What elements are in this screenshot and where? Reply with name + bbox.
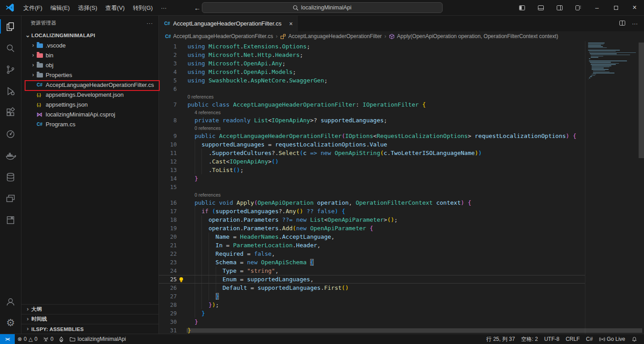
code-line-28[interactable]: 28 }); (159, 301, 585, 309)
go-live-button[interactable]: Go Live (596, 334, 628, 344)
indentation-status[interactable]: 空格: 2 (518, 334, 541, 344)
activity-run-debug[interactable] (0, 80, 21, 102)
notifications-button[interactable] (628, 334, 640, 344)
activity-remote-windows[interactable] (0, 188, 21, 209)
menu-item-0[interactable]: 文件(F) (19, 0, 47, 16)
code-line-25[interactable]: 25 Enum = supportedLanguages, (159, 275, 585, 284)
code-line-3[interactable]: 3 using Microsoft.OpenApi.Any; (159, 59, 585, 68)
code-line-6[interactable]: 6 (159, 85, 585, 93)
sidebar-section-1[interactable]: › 时间线 (21, 314, 158, 324)
breadcrumb-2[interactable]: Apply(OpenApiOperation operation, Operat… (389, 33, 558, 39)
code-line-2[interactable]: 2 using Microsoft.Net.Http.Headers; (159, 51, 585, 59)
problems-status[interactable]: ⊗ 0 △ 0 (15, 334, 40, 344)
code-line-12[interactable]: 12 .Cast<IOpenApiAny>() (159, 157, 585, 166)
maximize-button[interactable] (606, 0, 625, 15)
activity-explorer[interactable] (0, 16, 21, 37)
tree-item-3[interactable]: › Properties (21, 70, 158, 80)
breadcrumb-1[interactable]: AcceptLanguageHeaderOperationFilter (280, 33, 382, 39)
activity-source-control[interactable] (0, 59, 21, 80)
encoding-status[interactable]: UTF-8 (541, 334, 563, 344)
lightbulb-icon[interactable] (179, 277, 183, 282)
code-line-29[interactable]: 29 } (159, 309, 585, 318)
back-button[interactable]: ← (194, 4, 200, 12)
eol-status[interactable]: CRLF (563, 334, 583, 344)
code-line-14[interactable]: 14 } (159, 174, 585, 183)
layout-sidebar-right-icon[interactable] (550, 0, 569, 15)
code-line-17[interactable]: 17 if (supportedLanguages?.Any() ?? fals… (159, 207, 585, 215)
tree-item-7[interactable]: ⋈ localizingMinimalApi.csproj (21, 109, 158, 119)
activity-account[interactable] (0, 291, 21, 312)
menu-item-5[interactable]: ··· (157, 0, 171, 16)
activity-settings[interactable]: ⚙ (0, 312, 21, 334)
code-line-21[interactable]: 21 In = ParameterLocation.Header, (159, 241, 585, 249)
code-line-23[interactable]: 23 Schema = new OpenApiSchema { (159, 258, 585, 267)
codelens[interactable]: 0 references (159, 93, 585, 100)
menu-item-1[interactable]: 编辑(E) (47, 0, 74, 16)
code-line-4[interactable]: 4 using Microsoft.OpenApi.Models; (159, 68, 585, 76)
language-mode[interactable]: C# (583, 334, 596, 344)
code-line-5[interactable]: 5 using Swashbuckle.AspNetCore.SwaggerGe… (159, 76, 585, 85)
codelens[interactable]: 4 references (159, 109, 585, 116)
activity-extensions[interactable] (0, 102, 21, 123)
code-line-10[interactable]: 10 supportedLanguages = requestLocalizat… (159, 140, 585, 149)
code-line-22[interactable]: 22 Required = false, (159, 249, 585, 258)
split-editor-icon[interactable] (619, 20, 626, 28)
close-button[interactable]: × (625, 0, 644, 15)
code-line-30[interactable]: 30 } (159, 318, 585, 326)
code-line-9[interactable]: 9 public AcceptLanguageHeaderOperationFi… (159, 132, 585, 140)
sidebar-section-2[interactable]: › ILSPY: ASSEMBLIES (21, 324, 158, 334)
flame-status[interactable] (56, 334, 67, 344)
tree-item-5[interactable]: {..} appsettings.Development.json (21, 90, 158, 99)
code-line-20[interactable]: 20 Name = HeaderNames.AcceptLanguage, (159, 232, 585, 241)
code-line-15[interactable]: 15 (159, 183, 585, 191)
layout-sidebar-left-icon[interactable] (512, 0, 531, 15)
vertical-scrollbar[interactable] (639, 43, 644, 158)
code-line-11[interactable]: 11 .SupportedCultures?.Select(c => new O… (159, 149, 585, 157)
tree-item-4[interactable]: C# AcceptLanguageHeaderOperationFilter.c… (21, 80, 158, 90)
activity-database[interactable] (0, 166, 21, 188)
workspace-status[interactable]: localizingMinimalApi (67, 334, 128, 344)
activity-search[interactable] (0, 37, 21, 59)
code-line-24[interactable]: 24 Type = "string", (159, 267, 585, 275)
command-center-search[interactable]: localizingMinimalApi (202, 2, 443, 13)
tree-item-6[interactable]: {..} appsettings.json (21, 99, 158, 109)
tab-close-icon[interactable]: × (289, 20, 293, 27)
tree-item-8[interactable]: C# Program.cs (21, 119, 158, 129)
layout-panel-icon[interactable] (531, 0, 550, 15)
activity-docker[interactable] (0, 145, 21, 166)
activity-notebook[interactable] (0, 209, 21, 231)
docker-icon (5, 150, 16, 161)
minimap[interactable] (585, 41, 639, 334)
menu-item-4[interactable]: 转到(G) (129, 0, 157, 16)
menu-item-3[interactable]: 查看(V) (101, 0, 128, 16)
menu-item-2[interactable]: 选择(S) (74, 0, 101, 16)
ports-status[interactable]: 0 (40, 334, 56, 344)
sidebar-more-actions[interactable]: ··· (147, 21, 154, 26)
layout-customize-icon[interactable] (569, 0, 588, 15)
code-line-26[interactable]: 26 Default = supportedLanguages.First() (159, 284, 585, 292)
horizontal-scrollbar[interactable] (187, 328, 642, 333)
tree-item-0[interactable]: › .vscode (21, 40, 158, 50)
breadcrumb-0[interactable]: C#AcceptLanguageHeaderOperationFilter.cs (165, 33, 273, 39)
code-line-19[interactable]: 19 operation.Parameters.Add(new OpenApiP… (159, 224, 585, 232)
activity-gauge[interactable] (0, 123, 21, 145)
tree-root[interactable]: ⌄ LOCALIZINGMINIMALAPI (21, 30, 158, 40)
cursor-position[interactable]: 行 25, 列 37 (483, 334, 518, 344)
tree-item-2[interactable]: › obj (21, 60, 158, 70)
tree-item-1[interactable]: › bin (21, 50, 158, 60)
code-line-8[interactable]: 8 private readonly List<IOpenApiAny>? su… (159, 116, 585, 125)
code-line-16[interactable]: 16 public void Apply(OpenApiOperation op… (159, 198, 585, 207)
code-line-27[interactable]: 27 } (159, 292, 585, 301)
code-line-13[interactable]: 13 .ToList(); (159, 166, 585, 174)
code-line-1[interactable]: 1 using Microsoft.Extensions.Options; (159, 42, 585, 51)
codelens[interactable]: 0 references (159, 125, 585, 132)
code-editor[interactable]: 1 using Microsoft.Extensions.Options; 2 … (159, 41, 644, 334)
tab-acceptlanguage[interactable]: C# AcceptLanguageHeaderOperationFilter.c… (159, 16, 298, 31)
editor-more-actions-icon[interactable]: ··· (632, 20, 638, 27)
sidebar-section-0[interactable]: › 大纲 (21, 304, 158, 314)
codelens[interactable]: 0 references (159, 191, 585, 198)
minimize-button[interactable]: – (588, 0, 606, 15)
remote-indicator[interactable]: >< (0, 334, 15, 344)
code-line-18[interactable]: 18 operation.Parameters ??= new List<Ope… (159, 215, 585, 224)
code-line-7[interactable]: 7 public class AcceptLanguageHeaderOpera… (159, 100, 585, 109)
